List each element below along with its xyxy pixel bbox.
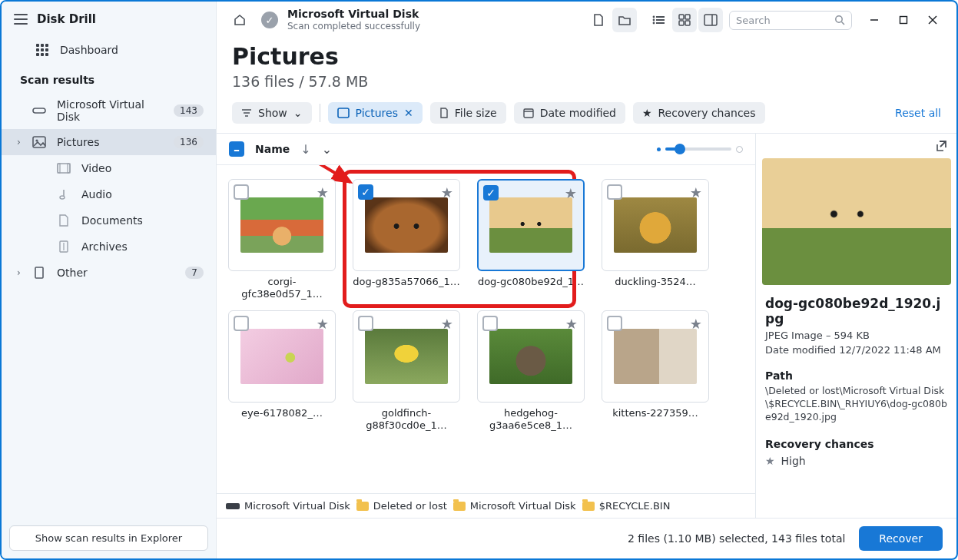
details-path: \Deleted or lost\Microsoft Virtual Disk\… [756,383,956,426]
file-tile[interactable]: ★hedgehog-g3aa6e5ce8_1… [473,310,588,432]
file-name: corgi-gfc38e0d57_1… [228,276,336,301]
sidebar-item-pictures[interactable]: › Pictures 136 [2,129,216,155]
favorite-star-icon[interactable]: ★ [690,184,702,200]
file-tile[interactable]: ★eye-6178082_… [224,310,340,432]
sidebar-item-video[interactable]: Video [2,155,216,181]
show-in-explorer-button[interactable]: Show scan results in Explorer [9,525,208,551]
folder-view-icon[interactable] [612,8,637,32]
svg-rect-0 [33,108,45,113]
sidebar-section-scan-results: Scan results [2,68,216,92]
sort-arrow-icon[interactable]: ↓ [300,142,310,157]
minimize-button[interactable] [861,8,887,31]
thumbnail [240,329,323,384]
tile-checkbox[interactable]: ✓ [358,184,373,200]
file-tile[interactable]: ★goldfinch-g88f30cd0e_1… [349,310,464,432]
svg-point-11 [653,19,655,22]
favorite-star-icon[interactable]: ★ [441,184,453,200]
file-tile[interactable]: ★corgi-gfc38e0d57_1… [224,179,340,301]
svg-rect-15 [679,15,684,19]
favorite-star-icon[interactable]: ★ [317,184,329,200]
tile-checkbox[interactable] [234,184,249,200]
show-dropdown[interactable]: Show ⌄ [232,102,312,124]
details-filename: dog-gc080be92d_1920.jpg [756,288,956,328]
panel-view-icon[interactable] [698,8,723,32]
zoom-max-icon [736,146,743,153]
svg-point-21 [836,16,842,22]
tile-checkbox[interactable] [234,316,249,331]
sidebar-item-audio[interactable]: Audio [2,181,216,207]
remove-filter-icon[interactable]: ✕ [404,107,413,119]
tile-checkbox[interactable] [358,316,373,331]
svg-rect-17 [679,21,684,25]
zoom-min-icon [657,147,661,151]
tile-checkbox[interactable] [482,316,498,331]
tile-checkbox[interactable] [607,316,622,331]
disk-icon [32,104,46,118]
details-recovery-heading: Recovery chances [756,426,956,452]
sidebar-item-label: Pictures [57,136,99,148]
home-icon[interactable] [227,8,252,32]
video-icon [57,161,71,175]
calendar-icon [523,108,534,118]
chevron-down-icon[interactable]: ⌄ [322,142,332,157]
archive-icon [57,240,71,253]
favorite-star-icon[interactable]: ★ [565,316,578,332]
recover-button[interactable]: Recover [859,526,943,551]
thumbnail [365,197,448,253]
file-name: goldfinch-g88f30cd0e_1… [353,407,460,432]
reset-filters-link[interactable]: Reset all [895,107,941,119]
filter-chip-pictures[interactable]: Pictures ✕ [328,102,423,124]
favorite-star-icon[interactable]: ★ [690,316,702,332]
breadcrumb-segment[interactable]: $RECYCLE.BIN [582,500,671,512]
tile-checkbox[interactable] [607,184,622,200]
sidebar-item-dashboard[interactable]: Dashboard [2,37,216,63]
file-tile[interactable]: ★duckling-3524… [598,179,713,301]
scan-status-icon: ✓ [261,12,278,28]
breadcrumb-segment[interactable]: Microsoft Virtual Disk [226,500,350,512]
count-badge: 7 [185,267,204,279]
filter-chip-recovery[interactable]: ★ Recovery chances [633,102,765,124]
sidebar-item-archives[interactable]: Archives [2,234,216,260]
audio-icon [57,187,71,201]
filter-icon [241,108,252,118]
file-view-icon[interactable] [586,8,611,32]
details-path-heading: Path [756,357,956,383]
sidebar-item-label: Other [57,267,88,279]
maximize-button[interactable] [890,8,917,31]
svg-point-13 [653,22,655,25]
filter-chip-date[interactable]: Date modified [514,102,625,124]
column-name[interactable]: Name [255,143,290,155]
breadcrumb-segment[interactable]: Microsoft Virtual Disk [453,500,576,512]
file-tile[interactable]: ★kittens-227359… [598,310,713,432]
chevron-right-icon: › [17,137,21,147]
zoom-slider[interactable] [657,146,743,153]
picture-icon [337,108,350,118]
svg-rect-24 [900,17,907,24]
popout-icon[interactable] [932,137,950,155]
file-tile[interactable]: ✓★dog-g835a57066_1… [349,179,464,301]
grid-view-icon[interactable] [672,8,697,32]
details-recovery-value: High [781,455,806,467]
search-input[interactable]: Search [729,11,852,30]
close-button[interactable] [920,8,946,31]
favorite-star-icon[interactable]: ★ [317,316,329,332]
folder-icon [356,502,369,511]
menu-icon[interactable] [14,14,28,25]
star-icon: ★ [765,455,775,467]
titlebar: ✓ Microsoft Virtual Disk Scan completed … [217,2,956,32]
select-all-checkbox[interactable]: – [229,141,244,157]
tile-checkbox[interactable]: ✓ [483,185,499,200]
svg-rect-19 [704,15,717,25]
titlebar-subtitle: Scan completed successfully [287,21,420,31]
sidebar-item-other[interactable]: › Other 7 [2,260,216,286]
filter-chip-filesize[interactable]: File size [430,102,506,124]
file-tile[interactable]: ✓★dog-gc080be92d_1… [473,179,588,301]
breadcrumb-segment[interactable]: Deleted or lost [356,500,447,512]
svg-rect-18 [685,21,690,25]
sidebar-item-label: Audio [81,188,112,200]
list-view-icon[interactable] [646,8,671,32]
favorite-star-icon[interactable]: ★ [441,316,453,332]
favorite-star-icon[interactable]: ★ [565,185,577,201]
sidebar-item-disk[interactable]: Microsoft Virtual Disk 143 [2,92,216,129]
sidebar-item-documents[interactable]: Documents [2,207,216,234]
